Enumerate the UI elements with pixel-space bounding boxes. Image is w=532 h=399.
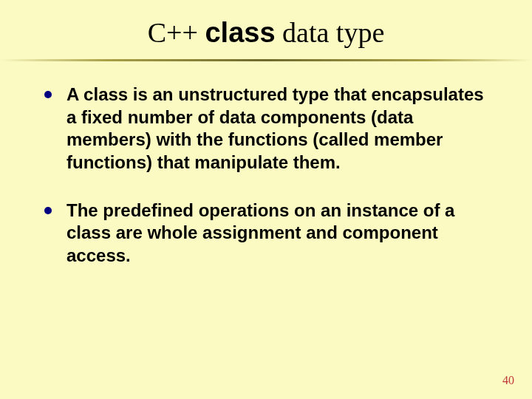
content-area: A class is an unstructured type that enc… <box>0 61 532 267</box>
bullet-icon <box>44 207 52 214</box>
bullet-icon <box>44 91 52 98</box>
bullet-text: The predefined operations on an instance… <box>66 200 488 267</box>
bullet-item: A class is an unstructured type that enc… <box>44 83 488 174</box>
bullet-item: The predefined operations on an instance… <box>44 200 488 267</box>
slide-title: C++ class data type <box>0 0 532 49</box>
title-part-class: class <box>205 17 275 48</box>
title-part-1: C++ <box>148 17 205 48</box>
slide-number: 40 <box>502 374 514 387</box>
bullet-text: A class is an unstructured type that enc… <box>66 83 488 174</box>
title-part-3: data type <box>276 17 385 48</box>
